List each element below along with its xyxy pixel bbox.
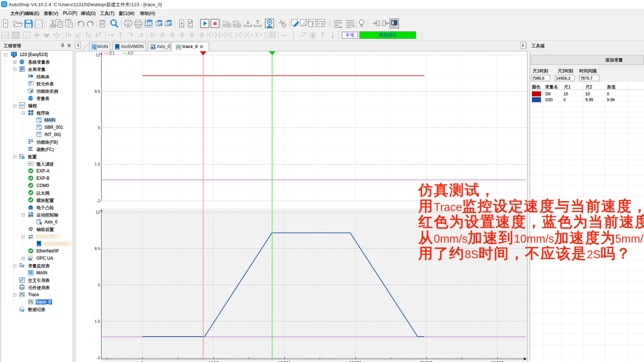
svg-text:1.5: 1.5 bbox=[95, 319, 100, 323]
svg-text:12: 12 bbox=[96, 53, 100, 57]
svg-text:0: 0 bbox=[141, 361, 143, 362]
svg-text:M: M bbox=[94, 47, 96, 49]
svg-text:LAD: LAD bbox=[3, 34, 9, 37]
svg-text:12: 12 bbox=[96, 210, 100, 214]
svg-text:-2: -2 bbox=[96, 355, 100, 360]
svg-text:C: C bbox=[221, 33, 224, 37]
svg-text:40,960: 40,960 bbox=[491, 361, 503, 362]
svg-text:S: S bbox=[212, 33, 214, 37]
svg-text:S: S bbox=[15, 33, 17, 37]
svg-text:1.5: 1.5 bbox=[95, 162, 100, 166]
svg-text:尺1: 尺1 bbox=[109, 51, 115, 55]
svg-text:A: A bbox=[251, 33, 254, 37]
svg-text:24,576: 24,576 bbox=[349, 361, 361, 362]
svg-text:-2: -2 bbox=[96, 199, 100, 203]
svg-text:5: 5 bbox=[98, 283, 100, 287]
svg-text:5: 5 bbox=[98, 126, 100, 130]
svg-text:尺2: 尺2 bbox=[127, 51, 133, 55]
svg-text:32,768: 32,768 bbox=[420, 361, 432, 362]
svg-text:PLC: PLC bbox=[223, 20, 229, 24]
svg-text:16,384: 16,384 bbox=[278, 361, 291, 362]
svg-text:8,192: 8,192 bbox=[208, 361, 218, 362]
svg-text:8.5: 8.5 bbox=[95, 89, 100, 94]
svg-text:S: S bbox=[26, 34, 28, 37]
svg-text:RTU: RTU bbox=[233, 20, 239, 24]
svg-text:8.5: 8.5 bbox=[95, 246, 100, 251]
svg-text:F: F bbox=[260, 33, 262, 37]
